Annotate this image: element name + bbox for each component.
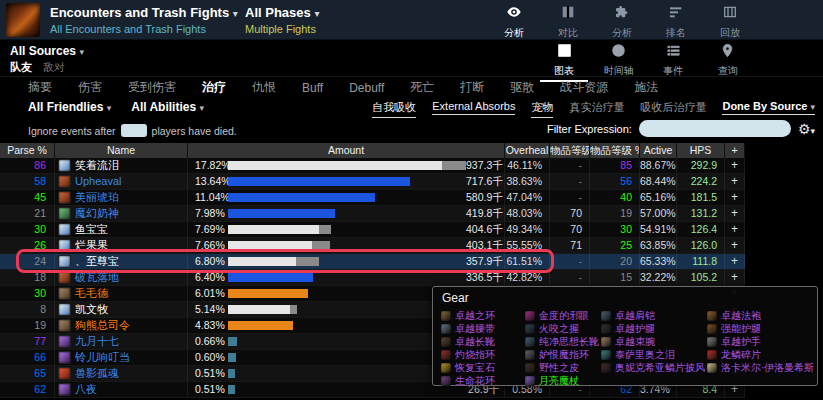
active-percent: 88.67% — [640, 158, 677, 173]
expand-button[interactable]: + — [725, 158, 745, 173]
toggle-宠物[interactable]: 宠物 — [531, 100, 553, 118]
tab-驱散[interactable]: 驱散 — [510, 79, 534, 96]
toggle-External Absorbs[interactable]: External Absorbs — [432, 100, 515, 115]
all-friendlies-dropdown[interactable]: All Friendlies ▾ — [28, 100, 111, 114]
enemy-toggle[interactable]: 敌对 — [43, 61, 65, 73]
gear-item-name: 月亮魔杖 — [539, 374, 579, 388]
tab-死亡[interactable]: 死亡 — [410, 79, 434, 96]
tab-治疗[interactable]: 治疗 — [202, 79, 226, 96]
player-name-cell[interactable]: 九月十七 — [55, 334, 188, 349]
column-header[interactable]: 物品等级 % — [590, 143, 640, 158]
friendly-toggle[interactable]: 队友 — [10, 61, 32, 73]
eye-icon — [506, 4, 522, 24]
gear-item-icon — [441, 337, 451, 347]
tab-受到伤害[interactable]: 受到伤害 — [128, 79, 176, 96]
tab-施法[interactable]: 施法 — [634, 79, 658, 96]
toggle-自我吸收[interactable]: 自我吸收 — [372, 100, 416, 118]
table-row[interactable]: 58Upheaval13.64%717.6千38.63%-5668.44%224… — [0, 174, 745, 190]
item-level-value: 70 — [550, 222, 590, 237]
tab-Debuff[interactable]: Debuff — [349, 81, 384, 95]
tab-仇恨[interactable]: 仇恨 — [252, 79, 276, 96]
all-abilities-dropdown[interactable]: All Abilities ▾ — [131, 100, 204, 114]
column-header[interactable]: 物品等级 — [550, 143, 590, 158]
all-sources-dropdown[interactable]: All Sources ▾ — [10, 44, 84, 58]
column-header[interactable]: Name — [55, 143, 188, 158]
filter-expression-input[interactable] — [639, 120, 791, 137]
player-name-cell[interactable]: 毛毛德 — [55, 286, 188, 301]
expand-button[interactable]: + — [725, 174, 745, 189]
nav-label: 回放 — [720, 26, 740, 40]
zone-thumbnail[interactable] — [6, 3, 40, 37]
column-header[interactable]: Active — [640, 143, 677, 158]
toggle-吸收后治疗量[interactable]: 吸收后治疗量 — [640, 100, 706, 117]
table-row[interactable]: 18破瓦落地6.40%336.5千42.82%-1532.22%105.2+ — [0, 270, 745, 286]
column-header[interactable]: + — [725, 143, 745, 158]
table-row[interactable]: 24、至尊宝6.80%357.9千61.51%-2065.33%111.8+ — [0, 254, 745, 270]
player-name-cell[interactable]: 铃儿响叮当 — [55, 350, 188, 365]
hps-value: 292.9 — [677, 158, 725, 173]
expand-button[interactable]: + — [725, 190, 745, 205]
player-name-cell[interactable]: 笑着流泪 — [55, 158, 188, 173]
phase-selector[interactable]: All Phases ▾ Multiple Fights — [245, 5, 319, 36]
amount-percent: 17.82% — [188, 158, 228, 173]
expand-button[interactable]: + — [725, 238, 745, 253]
settings-gear-icon[interactable]: ⚙▾ — [798, 121, 815, 137]
nav-item-对比[interactable]: 对比 — [542, 4, 594, 45]
nav-item-排名[interactable]: 排名 — [650, 4, 702, 45]
player-name-cell[interactable]: 破瓦落地 — [55, 270, 188, 285]
nav-item-分析[interactable]: 分析 — [488, 4, 540, 45]
gear-item-icon — [707, 311, 717, 321]
hps-value: 126.0 — [677, 238, 725, 253]
parse-percent: 26 — [0, 238, 55, 253]
player-name-cell[interactable]: Upheaval — [55, 174, 188, 189]
priest-icon — [58, 223, 71, 236]
player-name-cell[interactable]: 烂果果 — [55, 238, 188, 253]
tab-打断[interactable]: 打断 — [460, 79, 484, 96]
parse-percent: 58 — [0, 174, 55, 189]
table-row[interactable]: 86笑着流泪17.82%937.3千46.11%-8588.67%292.9+ — [0, 158, 745, 174]
phase-subtitle: Multiple Fights — [245, 22, 319, 36]
toggle-真实治疗量[interactable]: 真实治疗量 — [569, 100, 624, 117]
encounter-selector[interactable]: Encounters and Trash Fights ▾ All Encoun… — [50, 5, 238, 36]
gear-item-name: 妒恨魔指环 — [539, 348, 589, 362]
overheal-bar-tail — [442, 161, 466, 170]
player-name-cell[interactable]: 、至尊宝 — [55, 254, 188, 269]
tab-Buff[interactable]: Buff — [302, 81, 323, 95]
player-name-cell[interactable]: 美丽琥珀 — [55, 190, 188, 205]
player-name-cell[interactable]: 兽影孤魂 — [55, 366, 188, 381]
active-percent: 68.44% — [640, 174, 677, 189]
gear-item-name: 洛卡米尔·伊洛曼希斯 — [721, 361, 814, 375]
player-name-cell[interactable]: 凯文牧 — [55, 302, 188, 317]
column-header[interactable]: Parse % — [0, 143, 55, 158]
done-by-source-dropdown[interactable]: Done By Source ▾ — [722, 100, 815, 115]
nav-item-回放[interactable]: 回放 — [704, 4, 756, 45]
expand-button[interactable]: + — [725, 270, 745, 285]
item-level-percent: 15 — [590, 270, 640, 285]
active-percent: 57.00% — [640, 206, 677, 221]
player-name: 毛毛德 — [75, 286, 108, 301]
parse-percent: 21 — [0, 206, 55, 221]
table-row[interactable]: 30鱼宝宝7.69%404.6千49.34%703054.91%126.4+ — [0, 222, 745, 238]
amount-bar — [228, 289, 466, 298]
column-header[interactable]: Overheal — [505, 143, 550, 158]
tab-摘要[interactable]: 摘要 — [28, 79, 52, 96]
expand-button[interactable]: + — [725, 222, 745, 237]
table-row[interactable]: 21魔幻奶神7.98%419.8千48.03%701957.00%131.2+ — [0, 206, 745, 222]
table-row[interactable]: 26烂果果7.66%403.1千55.55%712563.85%126.0+ — [0, 238, 745, 254]
player-name-cell[interactable]: 八夜 — [55, 382, 188, 397]
table-row[interactable]: 45美丽琥珀11.04%580.9千47.04%-4065.16%181.5+ — [0, 190, 745, 206]
column-header[interactable]: Amount — [188, 143, 505, 158]
column-header[interactable]: HPS — [677, 143, 725, 158]
tab-战斗资源[interactable]: 战斗资源 — [560, 79, 608, 96]
player-name-cell[interactable]: 鱼宝宝 — [55, 222, 188, 237]
expand-button[interactable]: + — [725, 254, 745, 269]
player-name-cell[interactable]: 魔幻奶神 — [55, 206, 188, 221]
deaths-count-input[interactable] — [121, 124, 147, 137]
amount-bar — [228, 257, 466, 266]
player-name-cell[interactable]: 狗熊总司令 — [55, 318, 188, 333]
tab-伤害[interactable]: 伤害 — [78, 79, 102, 96]
replay-icon — [722, 4, 738, 24]
nav-item-分析[interactable]: 分析 — [596, 4, 648, 45]
expand-button[interactable]: + — [725, 206, 745, 221]
chevron-down-icon: ▾ — [199, 103, 204, 113]
